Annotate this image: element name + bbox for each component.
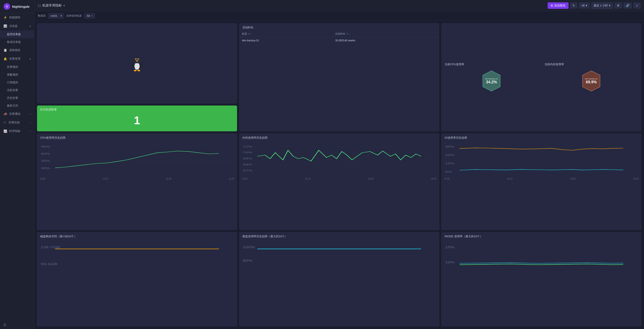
menu-icon: ☰: [4, 323, 6, 327]
main-content: ◻ 机器常用指标 ▾ ⊞ 添加图表 ↻ off ▾ 最近 1 小时 ▾ ⚙: [34, 0, 644, 329]
mem-history-title: 内存使用率历史趋势: [240, 134, 439, 141]
svg-text:15%: 15%: [445, 246, 454, 249]
disk-usage-chart-wrap: 100% 80%: [240, 240, 439, 276]
svg-text:35%: 35%: [41, 160, 50, 162]
settings-icon: ⚙: [617, 4, 620, 7]
group-tag[interactable]: All ×: [84, 13, 95, 19]
refresh-icon: ↻: [572, 4, 575, 7]
svg-text:93.1GiB: 93.1GiB: [41, 262, 58, 266]
time-metric-icon: 📈: [4, 129, 7, 133]
sidebar: N Nightingale ⚡ 快捷跳转 📊 仪表盘 ▾ 监控仪表盘 集成仪表盘…: [0, 0, 34, 329]
add-chart-button[interactable]: ⊞ 添加图表: [548, 2, 568, 9]
panel-cpu-history: CPU使用率历史趋势 45% 40%: [37, 134, 237, 230]
linux-penguin-icon: [128, 55, 146, 72]
back-icon[interactable]: ◻: [38, 4, 41, 8]
off-button[interactable]: off ▾: [579, 3, 589, 9]
group-tag-close-icon[interactable]: ×: [91, 14, 93, 18]
disk-free-chart-svg: 139.7GiB 93.1GiB: [40, 240, 234, 274]
settings-button[interactable]: ⚙: [614, 3, 622, 9]
sidebar-item-alert-mgmt[interactable]: 🔔 告警管理 ▾: [0, 55, 34, 63]
self-heal-chevron-icon: ›: [30, 121, 31, 124]
panel-linux: [37, 23, 237, 103]
disk-free-title: 磁盘剩余空间（最小的10个）: [37, 232, 237, 240]
notify-icon: 📣: [4, 112, 7, 116]
svg-point-8: [138, 59, 138, 60]
time-range-chevron-icon: ▾: [609, 4, 610, 7]
svg-text:40%: 40%: [41, 153, 50, 155]
svg-text:69%: 69%: [243, 157, 252, 160]
time-metric-label: 时序指标: [9, 129, 20, 133]
add-chart-icon: ⊞: [551, 4, 553, 7]
sidebar-item-menu[interactable]: ☰: [0, 321, 34, 329]
sidebar-item-dashboard-label: 仪表盘: [9, 24, 18, 28]
link-button[interactable]: 🔗: [624, 3, 632, 9]
history-alerts-label: 历史告警: [7, 96, 18, 100]
svg-text:45%: 45%: [41, 145, 50, 148]
io-chart-svg: 30% 20% 10% 0%: [444, 142, 638, 175]
shield-rules-label: 屏蔽规则: [7, 73, 18, 77]
sidebar-item-alert-self[interactable]: 🛡 告警自愈 ›: [0, 118, 34, 127]
sidebar-item-alert-notify[interactable]: 📣 告警通知 ›: [0, 110, 34, 118]
startup-row-duration: 30.893146 weeks: [332, 37, 439, 44]
disk-usage-title: 硬盘使用率历史趋势（最大的10个）: [240, 232, 439, 240]
mem-current-title2: 当前内存使用率: [542, 60, 641, 68]
time-range-button[interactable]: 最近 1 小时 ▾: [591, 2, 613, 9]
sort-icon-duration[interactable]: ⇅ ▽: [346, 33, 350, 35]
sidebar-item-shield-rules[interactable]: 屏蔽规则: [0, 71, 34, 79]
sidebar-item-quick-jump[interactable]: ⚡ 快捷跳转: [0, 13, 34, 22]
topbar: ◻ 机器常用指标 ▾ ⊞ 添加图表 ↻ off ▾ 最近 1 小时 ▾ ⚙: [34, 0, 644, 11]
sidebar-item-dashboard[interactable]: 📊 仪表盘 ▾: [0, 22, 34, 30]
svg-text:10%: 10%: [445, 162, 454, 165]
cpu-history-title: CPU使用率历史趋势: [37, 134, 237, 141]
cpu-chart-svg: 45% 40% 35% 30%: [40, 142, 234, 175]
disk-usage-chart-svg: 100% 80%: [242, 240, 436, 274]
sidebar-item-integrated-label: 集成仪表盘: [7, 40, 21, 44]
page-title: 机器常用指标: [42, 4, 62, 8]
disk-free-chart-wrap: 139.7GiB 93.1GiB: [37, 240, 237, 276]
expand-icon: ⤢: [636, 4, 638, 7]
topbar-title-area: ◻ 机器常用指标 ▾: [38, 4, 545, 8]
startup-panel-title: 启动时长: [240, 24, 439, 31]
expand-button[interactable]: ⤢: [634, 3, 640, 9]
svg-point-3: [134, 63, 140, 70]
table-row: dev-backup-01 30.893146 weeks: [240, 37, 439, 44]
alert-rules-label: 告警规则: [7, 65, 18, 69]
svg-text:30%: 30%: [41, 167, 50, 169]
cpu-x-axis: 16:00 16:15 16:30 16:45: [37, 178, 237, 180]
sidebar-item-monitor-dashboard[interactable]: 监控仪表盘: [0, 30, 34, 38]
svg-text:80%: 80%: [243, 259, 252, 262]
svg-text:20%: 20%: [445, 154, 454, 156]
sidebar-item-history-alerts[interactable]: 历史告警: [0, 94, 34, 102]
svg-text:67%: 67%: [243, 169, 252, 172]
sidebar-item-service-log[interactable]: 服务日历: [0, 102, 34, 110]
panel-cpu-current: 当前CPU使用率 dev-backup-01 34.2% 当前内存使用率: [442, 23, 642, 131]
logo-area[interactable]: N Nightingale: [0, 0, 34, 13]
dashboard-icon: 📊: [4, 24, 7, 28]
time-range-label: 最近 1 小时: [594, 4, 608, 8]
sidebar-item-patrol-report[interactable]: 📋 巡检报告: [0, 46, 34, 55]
alive-machines-value: 1: [40, 112, 234, 129]
sidebar-item-active-alerts[interactable]: 活跃告警: [0, 86, 34, 94]
patrol-icon: 📋: [4, 49, 7, 52]
sidebar-item-subscribe-rules[interactable]: 订阅规则: [0, 79, 34, 86]
sidebar-item-alert-rules[interactable]: 告警规则: [0, 63, 34, 71]
active-alerts-label: 活跃告警: [7, 88, 18, 92]
svg-text:70%: 70%: [243, 151, 252, 154]
io-chart-wrap: 30% 20% 10% 0%: [442, 141, 641, 178]
group-label: 业务组内机器: [66, 14, 82, 18]
datasource-select-wrap: vm01: [48, 13, 64, 19]
datasource-select[interactable]: vm01: [48, 13, 64, 19]
panel-inode-usage: INODE 使用率（最大的10个） 15% 10%: [442, 232, 642, 326]
chevron-down-icon: ▾: [30, 25, 31, 27]
refresh-button[interactable]: ↻: [570, 3, 577, 9]
alive-machines-title: 存活机器数量: [40, 108, 234, 112]
topbar-actions: ⊞ 添加图表 ↻ off ▾ 最近 1 小时 ▾ ⚙ 🔗 ⤢: [548, 2, 640, 9]
sidebar-item-integrated-dashboard[interactable]: 集成仪表盘: [0, 38, 34, 46]
sort-icon-machine[interactable]: ⇅ ▽: [248, 33, 252, 35]
sidebar-item-time-metric[interactable]: 📈 时序指标 ›: [0, 127, 34, 135]
title-chevron-icon[interactable]: ▾: [64, 4, 65, 7]
startup-col-duration: 启动时长 ⇅ ▽: [332, 31, 439, 37]
sidebar-item-monitor-label: 监控仪表盘: [7, 32, 21, 36]
add-chart-label: 添加图表: [554, 4, 566, 8]
mem-x-axis: 16:00 16:15 16:30 16:45: [240, 178, 439, 180]
